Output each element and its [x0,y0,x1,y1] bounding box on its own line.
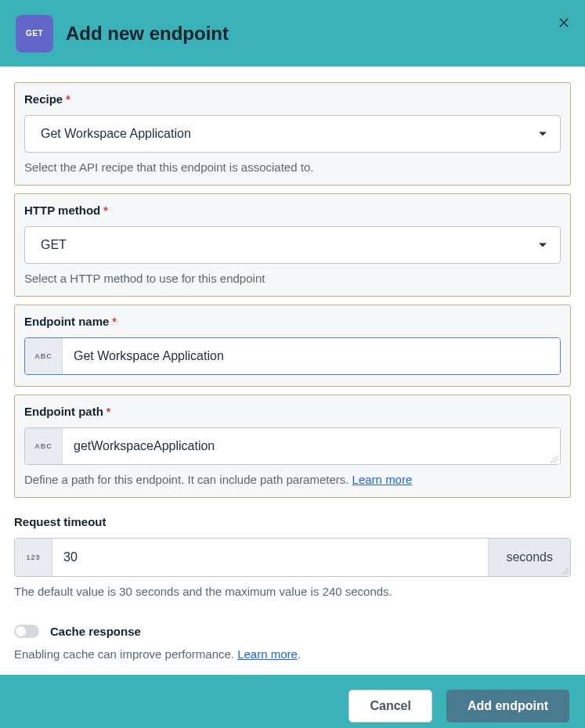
field-recipe: Recipe* Get Workspace Application Select… [14,82,571,186]
endpoint-path-input-row: ABC [24,427,561,465]
label-cache-response: Cache response [50,625,141,638]
field-endpoint-path: Endpoint path* ABC Define a path for thi… [14,395,571,498]
modal-body: Recipe* Get Workspace Application Select… [0,67,585,675]
label-endpoint-name: Endpoint name* [24,315,561,328]
endpoint-path-input[interactable] [63,428,560,464]
helper-http-method: Select a HTTP method to use for this end… [24,272,561,285]
request-timeout-input[interactable] [52,539,488,576]
field-cache-response: Cache response [14,625,571,638]
field-endpoint-name: Endpoint name* ABC [14,305,571,387]
required-mark: * [107,406,110,417]
method-badge: GET [16,15,53,52]
label-http-method: HTTP method* [24,204,561,217]
required-mark: * [103,205,107,216]
number-prefix-icon: 123 [15,539,52,576]
close-icon [558,17,569,28]
chevron-down-icon [538,240,547,250]
label-endpoint-path: Endpoint path* [24,405,561,418]
cache-response-toggle[interactable] [14,625,39,638]
learn-more-link[interactable]: Learn more [237,647,298,661]
field-http-method: HTTP method* GET Select a HTTP method to… [14,193,571,297]
method-badge-label: GET [26,29,43,38]
label-recipe: Recipe* [24,92,561,106]
chevron-down-icon [538,129,547,139]
toggle-knob [16,626,26,636]
http-method-select-value: GET [41,238,67,252]
request-timeout-input-row: 123 seconds [14,538,571,577]
helper-endpoint-path: Define a path for this endpoint. It can … [24,473,561,486]
text-prefix-icon: ABC [25,428,63,464]
learn-more-link[interactable]: Learn more [352,473,413,486]
cancel-button[interactable]: Cancel [348,690,432,723]
helper-request-timeout: The default value is 30 seconds and the … [14,585,571,598]
field-request-timeout: Request timeout 123 seconds The default … [14,515,571,598]
endpoint-name-input-row: ABC [24,337,561,375]
helper-cache-response: Enabling cache can improve performance. … [14,647,571,661]
required-mark: * [112,316,116,327]
endpoint-name-input[interactable] [63,338,560,374]
modal-footer: Cancel Add endpoint [0,675,585,728]
recipe-select[interactable]: Get Workspace Application [24,115,561,153]
close-button[interactable] [557,16,571,30]
required-mark: * [66,94,70,105]
label-request-timeout: Request timeout [14,515,571,528]
unit-suffix: seconds [488,539,570,576]
http-method-select[interactable]: GET [24,226,561,264]
modal-title: Add new endpoint [66,23,229,45]
modal-header: GET Add new endpoint [0,0,585,67]
helper-recipe: Select the API recipe that this endpoint… [24,160,561,174]
recipe-select-value: Get Workspace Application [41,127,191,141]
text-prefix-icon: ABC [25,338,63,374]
add-endpoint-button[interactable]: Add endpoint [446,690,569,723]
